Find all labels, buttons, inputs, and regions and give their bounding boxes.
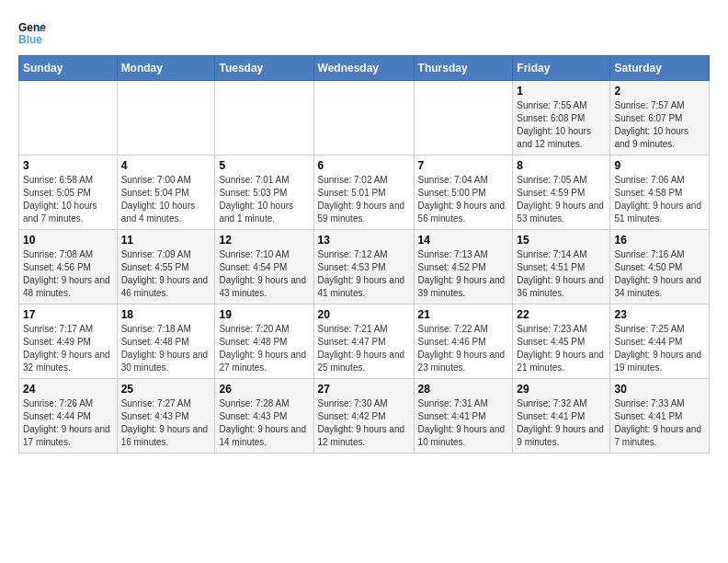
day-info: Sunrise: 7:55 AM Sunset: 6:08 PM Dayligh… (517, 99, 606, 151)
calendar-cell: 7Sunrise: 7:04 AM Sunset: 5:00 PM Daylig… (414, 155, 513, 230)
day-info: Sunrise: 7:21 AM Sunset: 4:47 PM Dayligh… (318, 323, 410, 374)
page-header: General Blue (18, 18, 710, 46)
day-number: 16 (614, 234, 705, 247)
calendar-cell: 19Sunrise: 7:20 AM Sunset: 4:48 PM Dayli… (215, 304, 313, 379)
day-number: 6 (318, 159, 410, 172)
day-info: Sunrise: 7:02 AM Sunset: 5:01 PM Dayligh… (318, 174, 410, 225)
calendar-cell: 22Sunrise: 7:23 AM Sunset: 4:45 PM Dayli… (513, 304, 610, 379)
weekday-header-tuesday: Tuesday (215, 56, 313, 81)
day-info: Sunrise: 7:28 AM Sunset: 4:43 PM Dayligh… (219, 397, 309, 449)
calendar-cell (313, 81, 414, 155)
calendar-cell: 14Sunrise: 7:13 AM Sunset: 4:52 PM Dayli… (414, 230, 513, 304)
day-number: 28 (418, 383, 509, 396)
day-number: 12 (219, 234, 309, 247)
calendar-cell (19, 81, 118, 155)
day-info: Sunrise: 7:10 AM Sunset: 4:54 PM Dayligh… (219, 248, 309, 300)
day-info: Sunrise: 7:20 AM Sunset: 4:48 PM Dayligh… (219, 323, 309, 374)
day-info: Sunrise: 7:05 AM Sunset: 4:59 PM Dayligh… (517, 174, 606, 225)
weekday-header-saturday: Saturday (610, 56, 710, 81)
calendar-cell: 17Sunrise: 7:17 AM Sunset: 4:49 PM Dayli… (19, 304, 118, 379)
logo-icon: General Blue (18, 18, 46, 46)
calendar-cell: 27Sunrise: 7:30 AM Sunset: 4:42 PM Dayli… (313, 379, 414, 454)
calendar-cell: 15Sunrise: 7:14 AM Sunset: 4:51 PM Dayli… (513, 230, 610, 304)
calendar-cell: 29Sunrise: 7:32 AM Sunset: 4:41 PM Dayli… (513, 379, 610, 454)
day-number: 18 (121, 308, 211, 321)
day-number: 30 (614, 383, 705, 396)
calendar-cell: 16Sunrise: 7:16 AM Sunset: 4:50 PM Dayli… (610, 230, 710, 304)
day-number: 5 (219, 159, 309, 172)
calendar-table: SundayMondayTuesdayWednesdayThursdayFrid… (18, 55, 710, 454)
day-number: 3 (23, 159, 113, 172)
day-number: 26 (219, 383, 309, 396)
day-info: Sunrise: 7:27 AM Sunset: 4:43 PM Dayligh… (121, 397, 211, 449)
calendar-cell: 10Sunrise: 7:08 AM Sunset: 4:56 PM Dayli… (19, 230, 118, 304)
day-info: Sunrise: 7:22 AM Sunset: 4:46 PM Dayligh… (418, 323, 509, 374)
day-number: 14 (418, 234, 509, 247)
day-number: 27 (318, 383, 410, 396)
calendar-cell: 24Sunrise: 7:26 AM Sunset: 4:44 PM Dayli… (19, 379, 118, 454)
day-number: 15 (517, 234, 606, 247)
day-info: Sunrise: 6:58 AM Sunset: 5:05 PM Dayligh… (23, 174, 113, 225)
calendar-cell (117, 81, 215, 155)
day-info: Sunrise: 7:32 AM Sunset: 4:41 PM Dayligh… (517, 397, 606, 449)
calendar-cell: 8Sunrise: 7:05 AM Sunset: 4:59 PM Daylig… (513, 155, 610, 230)
weekday-header-friday: Friday (513, 56, 610, 81)
calendar-cell: 5Sunrise: 7:01 AM Sunset: 5:03 PM Daylig… (215, 155, 313, 230)
day-number: 29 (517, 383, 606, 396)
day-info: Sunrise: 7:06 AM Sunset: 4:58 PM Dayligh… (614, 174, 705, 225)
day-number: 25 (121, 383, 211, 396)
day-info: Sunrise: 7:08 AM Sunset: 4:56 PM Dayligh… (23, 248, 113, 300)
weekday-header-thursday: Thursday (414, 56, 513, 81)
calendar-cell: 26Sunrise: 7:28 AM Sunset: 4:43 PM Dayli… (215, 379, 313, 454)
day-info: Sunrise: 7:17 AM Sunset: 4:49 PM Dayligh… (23, 323, 113, 374)
calendar-cell: 12Sunrise: 7:10 AM Sunset: 4:54 PM Dayli… (215, 230, 313, 304)
weekday-header-monday: Monday (117, 56, 215, 81)
day-number: 21 (418, 308, 509, 321)
day-info: Sunrise: 7:13 AM Sunset: 4:52 PM Dayligh… (418, 248, 509, 300)
calendar-cell: 11Sunrise: 7:09 AM Sunset: 4:55 PM Dayli… (117, 230, 215, 304)
day-info: Sunrise: 7:14 AM Sunset: 4:51 PM Dayligh… (517, 248, 606, 300)
day-number: 8 (517, 159, 606, 172)
calendar-cell: 30Sunrise: 7:33 AM Sunset: 4:41 PM Dayli… (610, 379, 710, 454)
day-number: 9 (614, 159, 705, 172)
day-info: Sunrise: 7:01 AM Sunset: 5:03 PM Dayligh… (219, 174, 309, 225)
day-number: 4 (121, 159, 211, 172)
calendar-cell: 28Sunrise: 7:31 AM Sunset: 4:41 PM Dayli… (414, 379, 513, 454)
day-info: Sunrise: 7:25 AM Sunset: 4:44 PM Dayligh… (614, 323, 705, 374)
calendar-cell: 20Sunrise: 7:21 AM Sunset: 4:47 PM Dayli… (313, 304, 414, 379)
day-info: Sunrise: 7:04 AM Sunset: 5:00 PM Dayligh… (418, 174, 509, 225)
day-number: 7 (418, 159, 509, 172)
calendar-cell (414, 81, 513, 155)
day-info: Sunrise: 7:12 AM Sunset: 4:53 PM Dayligh… (318, 248, 410, 300)
day-number: 2 (614, 85, 705, 98)
calendar-cell: 1Sunrise: 7:55 AM Sunset: 6:08 PM Daylig… (513, 81, 610, 155)
day-number: 17 (23, 308, 113, 321)
calendar-cell: 4Sunrise: 7:00 AM Sunset: 5:04 PM Daylig… (117, 155, 215, 230)
calendar-cell (215, 81, 313, 155)
calendar-cell: 3Sunrise: 6:58 AM Sunset: 5:05 PM Daylig… (19, 155, 118, 230)
weekday-header-wednesday: Wednesday (313, 56, 414, 81)
calendar-cell: 23Sunrise: 7:25 AM Sunset: 4:44 PM Dayli… (610, 304, 710, 379)
logo: General Blue (18, 18, 46, 46)
svg-text:Blue: Blue (18, 33, 42, 46)
day-number: 10 (23, 234, 113, 247)
day-info: Sunrise: 7:26 AM Sunset: 4:44 PM Dayligh… (23, 397, 113, 449)
day-info: Sunrise: 7:57 AM Sunset: 6:07 PM Dayligh… (614, 99, 705, 151)
calendar-cell: 21Sunrise: 7:22 AM Sunset: 4:46 PM Dayli… (414, 304, 513, 379)
day-number: 22 (517, 308, 606, 321)
calendar-cell: 18Sunrise: 7:18 AM Sunset: 4:48 PM Dayli… (117, 304, 215, 379)
svg-text:General: General (18, 21, 46, 34)
day-info: Sunrise: 7:30 AM Sunset: 4:42 PM Dayligh… (318, 397, 410, 449)
weekday-header-sunday: Sunday (19, 56, 118, 81)
day-info: Sunrise: 7:23 AM Sunset: 4:45 PM Dayligh… (517, 323, 606, 374)
day-number: 11 (121, 234, 211, 247)
calendar-cell: 2Sunrise: 7:57 AM Sunset: 6:07 PM Daylig… (610, 81, 710, 155)
day-number: 23 (614, 308, 705, 321)
day-info: Sunrise: 7:16 AM Sunset: 4:50 PM Dayligh… (614, 248, 705, 300)
day-info: Sunrise: 7:18 AM Sunset: 4:48 PM Dayligh… (121, 323, 211, 374)
day-number: 13 (318, 234, 410, 247)
day-number: 20 (318, 308, 410, 321)
calendar-cell: 25Sunrise: 7:27 AM Sunset: 4:43 PM Dayli… (117, 379, 215, 454)
calendar-cell: 9Sunrise: 7:06 AM Sunset: 4:58 PM Daylig… (610, 155, 710, 230)
day-number: 19 (219, 308, 309, 321)
